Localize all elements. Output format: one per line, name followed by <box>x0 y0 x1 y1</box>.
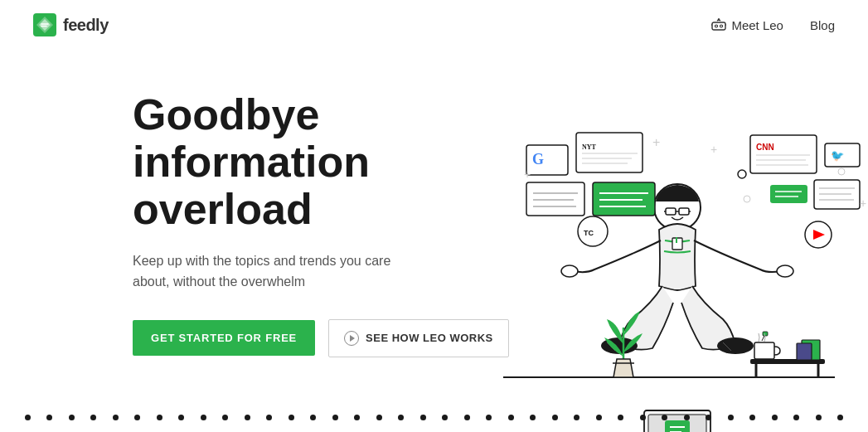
logo-text: feedly <box>63 16 109 35</box>
illustration-svg: G NYT TC + + <box>453 41 868 432</box>
dot <box>222 415 228 420</box>
dot <box>25 415 31 420</box>
svg-text:+: + <box>524 167 531 181</box>
play-triangle <box>350 335 355 342</box>
svg-text:🐦: 🐦 <box>831 148 845 163</box>
dot <box>552 415 558 420</box>
dot <box>640 415 646 420</box>
dot <box>618 415 623 420</box>
dot <box>398 415 404 420</box>
svg-text:+: + <box>710 143 717 156</box>
svg-text:+: + <box>652 135 660 149</box>
svg-point-3 <box>720 25 723 27</box>
svg-rect-42 <box>750 135 817 173</box>
svg-text:+: + <box>860 197 866 210</box>
hero-section: Goodbye information overload Keep up wit… <box>0 50 868 357</box>
hero-left-content: Goodbye information overload Keep up wit… <box>133 75 481 357</box>
logo-link[interactable]: feedly <box>33 13 109 36</box>
dot <box>134 415 140 420</box>
svg-rect-70 <box>754 342 774 359</box>
dot <box>530 415 536 420</box>
hero-illustration: G NYT TC + + <box>453 41 868 432</box>
svg-text:G: G <box>532 151 544 167</box>
play-icon <box>344 331 359 346</box>
svg-point-59 <box>838 168 845 175</box>
hero-title: Goodbye information overload <box>133 91 481 234</box>
svg-text:CNN: CNN <box>756 143 774 152</box>
hero-subtitle: Keep up with the topics and trends you c… <box>133 250 398 293</box>
svg-rect-34 <box>526 182 584 216</box>
nav-meet-leo-label: Meet Leo <box>731 18 783 32</box>
svg-point-60 <box>744 196 750 202</box>
nav-blog[interactable]: Blog <box>810 18 835 32</box>
svg-rect-49 <box>770 185 807 203</box>
dot <box>354 415 360 420</box>
svg-point-2 <box>715 25 718 27</box>
dot <box>706 415 711 420</box>
nav-links: Meet Leo Blog <box>711 18 835 32</box>
dot <box>662 415 667 420</box>
dot <box>46 415 52 420</box>
dot <box>464 415 470 420</box>
dot <box>728 415 734 420</box>
svg-text:TC: TC <box>584 229 594 237</box>
svg-point-5 <box>718 18 720 20</box>
svg-line-71 <box>762 336 764 341</box>
svg-point-58 <box>738 170 746 178</box>
dot <box>376 415 382 420</box>
svg-rect-25 <box>576 133 643 172</box>
dot <box>749 415 755 420</box>
dot <box>245 415 250 420</box>
dot <box>90 415 96 420</box>
navbar: feedly Meet Leo Blog <box>0 0 868 50</box>
dot <box>310 415 316 420</box>
dot <box>201 415 206 420</box>
dot <box>508 415 514 420</box>
dot <box>157 415 162 420</box>
dot <box>793 415 799 420</box>
dot <box>486 415 492 420</box>
get-started-button[interactable]: GET STARTED FOR FREE <box>133 320 315 356</box>
nav-blog-label: Blog <box>810 18 835 32</box>
dot <box>178 415 184 420</box>
svg-point-18 <box>777 265 793 277</box>
dot <box>289 415 294 420</box>
dot <box>816 415 822 420</box>
dot <box>113 415 119 420</box>
dot <box>574 415 579 420</box>
svg-point-20 <box>717 337 754 354</box>
svg-text:NYT: NYT <box>582 143 597 151</box>
dot <box>420 415 426 420</box>
dot <box>684 415 690 420</box>
dot <box>266 415 272 420</box>
dot <box>837 415 843 420</box>
dot <box>772 415 778 420</box>
dots-row <box>0 415 868 420</box>
dot <box>596 415 602 420</box>
svg-rect-69 <box>797 343 812 360</box>
dot <box>69 415 75 420</box>
dot <box>332 415 338 420</box>
svg-rect-1 <box>712 22 725 30</box>
svg-point-17 <box>561 265 578 277</box>
svg-rect-11 <box>679 208 689 215</box>
bot-icon <box>711 18 726 32</box>
dot <box>442 415 448 420</box>
nav-meet-leo[interactable]: Meet Leo <box>711 18 783 32</box>
hero-buttons: GET STARTED FOR FREE SEE HOW LEO WORKS <box>133 319 481 357</box>
feedly-logo-icon <box>33 13 56 36</box>
svg-rect-10 <box>666 208 676 215</box>
